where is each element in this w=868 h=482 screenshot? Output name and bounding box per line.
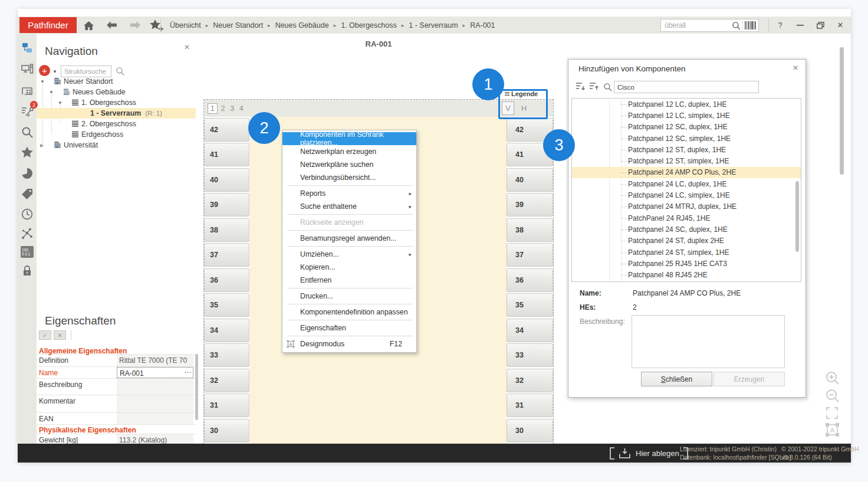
rack-view-number[interactable]: 4 — [239, 104, 244, 113]
back-button[interactable] — [105, 20, 119, 30]
breadcrumb-item[interactable]: Übersicht — [167, 21, 204, 29]
menu-item-netzwerkplan-erzeugen[interactable]: Netzwerkplan erzeugen — [282, 145, 416, 158]
rack-unit-cell[interactable]: 31 — [204, 394, 249, 417]
property-value[interactable]: Rittal TE 7000 (TE 70 — [117, 355, 193, 366]
tree-expander-icon[interactable]: ▼ — [40, 79, 45, 84]
property-value[interactable] — [117, 413, 193, 424]
component-list-item[interactable]: Patchpanel 24 ST, simplex, 1HE — [572, 247, 801, 258]
menu-item-umziehen-[interactable]: Umziehen...▸ — [282, 248, 416, 261]
zoom-in-button[interactable] — [825, 370, 840, 386]
component-list-item[interactable]: Patchpanel 12 ST, duplex, 1HE — [572, 144, 801, 155]
rack-unit-cell[interactable]: 34 — [507, 319, 553, 342]
menu-item-reports[interactable]: Reports▸ — [282, 187, 416, 200]
property-row[interactable]: Beschreibung — [37, 379, 197, 395]
rack-unit-cell[interactable]: 39 — [204, 193, 249, 217]
component-search-icon[interactable] — [603, 83, 612, 93]
property-value[interactable] — [117, 379, 193, 395]
rack-view-number[interactable]: 2 — [221, 104, 225, 113]
expand-all-icon[interactable] — [576, 82, 586, 93]
component-list-item[interactable]: Patchpanel 24 LC, duplex, 1HE — [572, 178, 801, 189]
collapse-all-icon[interactable] — [589, 82, 599, 93]
component-list-item[interactable]: Patchpanel 25 RJ45 1HE CAT3 — [572, 258, 801, 269]
menu-item-komponentendefinition-anpassen[interactable]: Komponentendefinition anpassen — [282, 306, 416, 319]
menu-item-entfernen[interactable]: Entfernen — [282, 274, 416, 287]
breadcrumb-item[interactable]: Neues Gebäude — [272, 21, 332, 29]
minimize-button[interactable] — [791, 17, 809, 34]
tree-item-2-obergeschoss[interactable]: 2. Obergeschoss — [37, 119, 196, 129]
rack-unit-cell[interactable]: 33 — [204, 343, 249, 367]
property-row[interactable]: DefinitionRittal TE 7000 (TE 70 — [37, 355, 197, 367]
discard-properties-button[interactable]: ✕ — [54, 330, 66, 340]
sidebar-item-search[interactable] — [20, 125, 34, 139]
navigation-close-icon[interactable]: ✕ — [184, 43, 190, 51]
rack-unit-cell[interactable]: 36 — [507, 268, 553, 292]
property-value[interactable]: RA-001⋯ — [117, 367, 193, 378]
rack-unit-cell[interactable]: 33 — [507, 343, 553, 367]
help-button[interactable]: ? — [771, 17, 789, 34]
rack-unit-cell[interactable]: 32 — [204, 369, 249, 392]
restore-button[interactable] — [811, 17, 829, 34]
rack-unit-cell[interactable]: 30 — [507, 419, 553, 442]
properties-scrollbar[interactable] — [195, 354, 198, 420]
rack-unit-cell[interactable]: 37 — [507, 243, 553, 267]
tree-item-1-serverraum[interactable]: 1 - Serverraum(R: 1) — [37, 108, 196, 119]
forward-button[interactable] — [129, 20, 142, 30]
home-button[interactable] — [82, 19, 95, 31]
menu-item-kopieren-[interactable]: Kopieren... — [282, 261, 416, 274]
sidebar-item-floorplan[interactable] — [20, 83, 34, 97]
sidebar-item-tags[interactable] — [20, 187, 34, 201]
canvas-scrollbar[interactable] — [840, 47, 844, 175]
property-row[interactable]: EAN — [37, 413, 197, 425]
rack-unit-cell[interactable]: 35 — [204, 293, 249, 317]
rack-unit-cell[interactable]: 32 — [507, 369, 553, 392]
sidebar-item-topology[interactable] — [20, 227, 34, 241]
tree-expander-icon[interactable]: ▶ — [40, 143, 44, 148]
sidebar-item-ip-addresses[interactable]: 192.0.0.1 — [20, 245, 34, 259]
component-list-item[interactable]: Patchpanel 12 SC, simplex, 1HE — [572, 133, 801, 144]
menu-item-designmodus[interactable]: ADesignmodusF12 — [282, 337, 416, 350]
component-list-item[interactable]: Patchpanel 12 LC, duplex, 1HE — [572, 99, 801, 110]
rack-unit-cell[interactable]: 34 — [204, 319, 249, 342]
component-list-item[interactable]: Patchpanel 24 LC, simplex, 1HE — [572, 189, 801, 201]
structure-search-input[interactable] — [61, 66, 111, 77]
property-value[interactable]: 113.2 (Katalog) — [117, 434, 193, 444]
global-search[interactable] — [660, 19, 759, 32]
component-list-item[interactable]: Patchpanel 12 ST, simplex, 1HE — [572, 155, 801, 166]
rack-unit-cell[interactable]: 30 — [204, 419, 249, 442]
rack-unit-cell[interactable]: 40 — [507, 168, 553, 192]
menu-item-drucken-[interactable]: Drucken... — [282, 290, 416, 303]
component-list-scrollbar[interactable] — [795, 181, 799, 252]
component-list-item[interactable]: Patchpanel 24 SC, duplex, 1HE — [572, 224, 801, 235]
zoom-out-button[interactable] — [825, 388, 840, 404]
menu-item-suche-enthaltene[interactable]: Suche enthaltene▸ — [282, 200, 416, 213]
component-search-input[interactable] — [614, 81, 758, 93]
rack-unit-cell[interactable]: 40 — [204, 168, 249, 192]
rack-view-number[interactable]: 3 — [230, 104, 234, 113]
search-icon[interactable] — [732, 21, 741, 30]
sidebar-item-favorites[interactable] — [20, 145, 34, 159]
component-list-item[interactable]: Patchpanel 12 LC, simplex, 1HE — [572, 110, 801, 121]
structure-search-field[interactable] — [61, 65, 111, 77]
menu-item-benamungsregel-anwenden-[interactable]: Benamungsregel anwenden... — [282, 232, 416, 245]
menu-item-komponenten-im-schrank-platzieren-[interactable]: Komponenten im Schrank platzieren... — [282, 132, 416, 145]
component-list-item[interactable]: Patchpanel 24 MTRJ, duplex, 1HE — [572, 201, 801, 212]
rack-view-numbers[interactable]: 1234 — [208, 103, 249, 114]
component-list-item[interactable]: Patchpanel 48 RJ45 2HE — [572, 269, 801, 280]
rack-unit-cell[interactable]: 37 — [204, 243, 249, 267]
menu-item-rückseite-anzeigen[interactable]: Rückseite anzeigen — [282, 216, 416, 229]
sidebar-item-workstation[interactable] — [20, 62, 34, 76]
rack-unit-cell[interactable]: 42 — [204, 118, 249, 142]
tree-item-neues-gebäude[interactable]: ▼Neues Gebäude — [37, 87, 196, 97]
rack-unit-cell[interactable]: 39 — [507, 193, 553, 217]
property-row[interactable]: NameRA-001⋯ — [37, 367, 197, 379]
design-mode-button[interactable]: A — [825, 422, 840, 438]
tree-item-neuer-standort[interactable]: ▼Neuer Standort — [37, 76, 196, 87]
add-favorite-button[interactable] — [149, 18, 165, 32]
property-row[interactable]: Kommentar — [37, 395, 197, 413]
rack-unit-cell[interactable]: 38 — [204, 218, 249, 242]
rack-unit-cell[interactable]: 38 — [507, 218, 553, 242]
tree-item-universität[interactable]: ▶Universität — [37, 140, 196, 150]
add-structure-dropdown-icon[interactable]: ▼ — [52, 69, 57, 74]
component-list-item[interactable]: PatchPanel 24 RJ45, 1HE — [572, 212, 801, 224]
property-value[interactable] — [117, 395, 193, 412]
